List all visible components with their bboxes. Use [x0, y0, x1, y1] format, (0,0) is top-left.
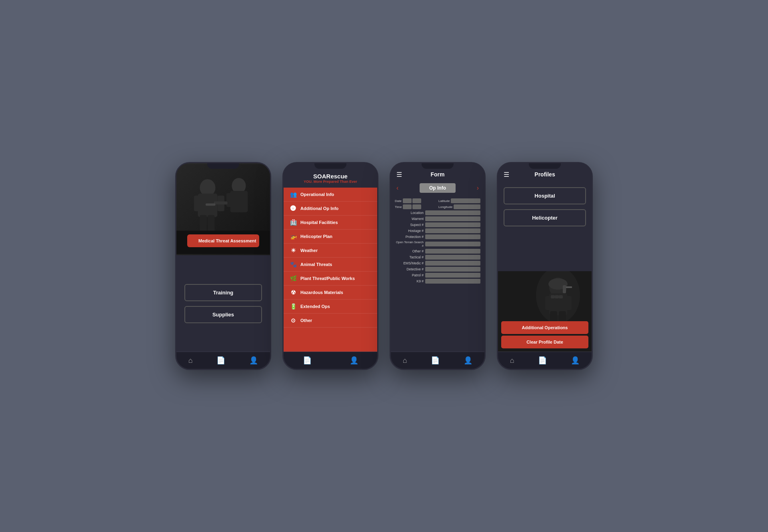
next-arrow[interactable]: › — [477, 184, 479, 192]
other-num-input[interactable] — [425, 249, 480, 254]
menu-helicopter-plan[interactable]: 🚁 Helicopter Plan — [284, 230, 377, 244]
menu-hazmat-label: Hazardous Materials — [300, 290, 343, 295]
document-icon-3[interactable]: 📄 — [431, 356, 440, 365]
svg-rect-24 — [555, 295, 559, 298]
menu-hazardous-materials[interactable]: ☢ Hazardous Materials — [284, 286, 377, 300]
warrent-row: Warrent — [395, 216, 480, 221]
protection-row: Protection # — [395, 234, 480, 239]
ems-label: EMS/Medic # — [395, 261, 424, 265]
date-input-2[interactable] — [412, 198, 421, 203]
op-info-tab[interactable]: Op Info — [420, 183, 456, 193]
k9-input[interactable] — [425, 279, 480, 284]
other-icon: ⊙ — [289, 317, 297, 324]
date-input-1[interactable] — [403, 198, 412, 203]
protection-label: Protection # — [395, 235, 424, 239]
menu-operational-info[interactable]: 👥 Operational Info — [284, 188, 377, 202]
hospital-button[interactable]: Hospital — [504, 187, 586, 204]
document-icon-2[interactable]: 📄 — [303, 356, 312, 365]
menu-hospital-label: Hospital Facilities — [300, 220, 338, 225]
time-col: Time — [395, 204, 437, 209]
open-terrain-label: Open Terrain Search # — [395, 240, 424, 248]
warrent-input[interactable] — [425, 216, 480, 221]
open-terrain-row: Open Terrain Search # — [395, 240, 480, 248]
document-icon[interactable]: 📄 — [216, 356, 225, 365]
additional-operations-button[interactable]: Additional Operations — [501, 321, 588, 334]
hamburger-icon-4[interactable]: ☰ — [504, 171, 509, 178]
menu-plant-label: Plant Threat/Public Works — [300, 276, 355, 281]
document-icon-4[interactable]: 📄 — [538, 356, 547, 365]
clear-profile-button[interactable]: Clear Profile Date — [501, 336, 588, 348]
svg-rect-11 — [214, 202, 228, 205]
profile-icon[interactable]: 👤 — [249, 356, 258, 365]
svg-rect-4 — [194, 196, 201, 211]
profile-icon-2[interactable]: 👤 — [350, 356, 358, 365]
time-input-pair — [403, 204, 421, 209]
phone-1: Medical Threat Assessment Training Suppl… — [175, 162, 271, 370]
time-input-2[interactable] — [412, 204, 421, 209]
phone-1-bottom-nav: ⌂ 📄 👤 — [176, 352, 270, 369]
menu-hospital-facilities[interactable]: 🏥 Hospital Facilities — [284, 216, 377, 230]
detective-input[interactable] — [425, 267, 480, 272]
animal-threats-icon: 🐾 — [289, 261, 297, 268]
time-input-1[interactable] — [403, 204, 412, 209]
menu-other[interactable]: ⊙ Other — [284, 314, 377, 328]
hazmat-icon: ☢ — [289, 289, 297, 296]
profile-icon-3[interactable]: 👤 — [464, 356, 472, 365]
plant-icon: 🌿 — [289, 275, 297, 282]
phone-3-form: Date Latitude Time — [391, 195, 484, 352]
hamburger-icon[interactable]: ☰ — [396, 171, 402, 178]
phone-2-menu: 👥 Operational Info 🅐 Additional Op Info … — [284, 188, 377, 352]
protection-input[interactable] — [425, 234, 480, 239]
open-terrain-input[interactable] — [425, 242, 480, 246]
latitude-label: Latitude — [438, 199, 450, 203]
app-name: SOARescue — [288, 173, 372, 180]
home-icon-4[interactable]: ⌂ — [510, 356, 514, 365]
phone-4-cta-container: Additional Operations Clear Profile Date — [498, 318, 592, 352]
latitude-input[interactable] — [451, 198, 480, 203]
phone-4: ☰ Profiles Hospital Helicopter — [497, 162, 593, 370]
menu-plant-threat[interactable]: 🌿 Plant Threat/Public Works — [284, 272, 377, 286]
home-icon[interactable]: ⌂ — [188, 356, 193, 365]
supect-input[interactable] — [425, 222, 480, 227]
menu-extended-ops[interactable]: 🔋 Extended Ops — [284, 300, 377, 314]
phone-1-screen: Medical Threat Assessment Training Suppl… — [176, 163, 270, 369]
home-icon-3[interactable]: ⌂ — [403, 356, 407, 365]
prev-arrow[interactable]: ‹ — [396, 184, 398, 192]
svg-rect-10 — [226, 193, 233, 207]
phone-1-notch — [207, 163, 239, 169]
svg-rect-12 — [206, 203, 215, 206]
form-title: Form — [431, 171, 445, 178]
menu-helicopter-label: Helicopter Plan — [300, 234, 332, 239]
svg-rect-22 — [565, 296, 572, 310]
lon-col: Longitude — [438, 204, 480, 209]
training-button[interactable]: Training — [184, 284, 262, 301]
phone-4-bottom-nav: ⌂ 📄 👤 — [498, 352, 592, 369]
medical-threat-btn[interactable]: Medical Threat Assessment — [187, 234, 259, 247]
tactical-input[interactable] — [425, 255, 480, 260]
hostage-row: Hostage # — [395, 228, 480, 233]
hospital-icon: 🏥 — [289, 219, 297, 226]
svg-rect-20 — [566, 286, 572, 288]
location-input[interactable] — [425, 210, 480, 215]
time-lon-row: Time Longitude — [395, 204, 480, 209]
k9-row: K9 # — [395, 279, 480, 284]
menu-weather[interactable]: ☀ Weather — [284, 244, 377, 258]
location-label: Location — [395, 211, 424, 215]
tagline: YOU. More Prepared Than Ever — [288, 180, 372, 184]
longitude-input[interactable] — [454, 204, 480, 209]
menu-additional-op-info[interactable]: 🅐 Additional Op Info — [284, 202, 377, 216]
lat-col: Latitude — [438, 198, 480, 203]
svg-rect-19 — [563, 285, 566, 293]
patrol-input[interactable] — [425, 273, 480, 278]
hostage-input[interactable] — [425, 228, 480, 233]
supplies-button[interactable]: Supplies — [184, 306, 262, 323]
helicopter-button[interactable]: Helicopter — [504, 209, 586, 226]
menu-animal-threats[interactable]: 🐾 Animal Threats — [284, 258, 377, 272]
weather-icon: ☀ — [289, 247, 297, 254]
phone-4-hero: Additional Operations Clear Profile Date — [498, 271, 592, 352]
ems-input[interactable] — [425, 261, 480, 266]
profile-icon-4[interactable]: 👤 — [571, 356, 580, 365]
date-lat-row: Date Latitude — [395, 198, 480, 203]
warrent-label: Warrent — [395, 217, 424, 221]
location-row: Location — [395, 210, 480, 215]
